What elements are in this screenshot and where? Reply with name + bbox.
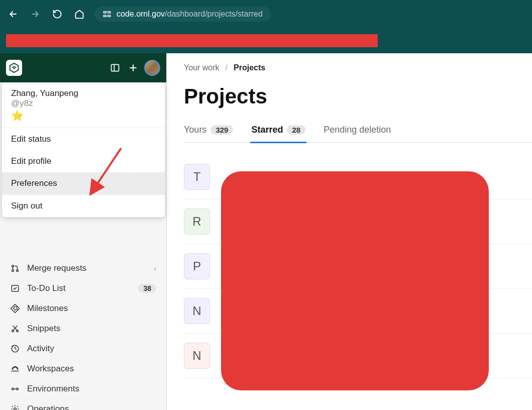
- forward-button[interactable]: [28, 7, 42, 21]
- nav-todo-list[interactable]: To-Do List 38: [4, 278, 162, 298]
- nav-label: Milestones: [27, 303, 156, 314]
- nav-label: Snippets: [27, 324, 156, 334]
- url-bar[interactable]: code.ornl.gov/dashboard/projects/starred: [94, 7, 271, 22]
- menu-item-edit-status[interactable]: Edit status: [2, 128, 165, 150]
- menu-user-info: Zhang, Yuanpeng @y8z ⭐: [2, 82, 165, 128]
- sidebar: Zhang, Yuanpeng @y8z ⭐ Edit status Edit …: [0, 53, 167, 410]
- svg-point-9: [12, 265, 14, 267]
- svg-point-17: [12, 388, 14, 390]
- project-avatar: P: [184, 253, 210, 279]
- redaction-overlay: [221, 171, 489, 390]
- tab-count: 329: [210, 125, 233, 135]
- project-avatar: R: [184, 209, 210, 235]
- nav-workspaces[interactable]: Workspaces: [4, 359, 162, 379]
- nav-label: Environments: [27, 384, 156, 394]
- menu-item-preferences[interactable]: Preferences: [2, 172, 165, 194]
- svg-rect-3: [108, 15, 111, 17]
- nav-environments[interactable]: Environments: [4, 379, 162, 399]
- nav-milestones[interactable]: Milestones: [4, 298, 162, 319]
- snippets-icon: [10, 324, 20, 334]
- menu-item-sign-out[interactable]: Sign out: [2, 195, 165, 217]
- chevron-right-icon: ›: [154, 264, 156, 272]
- svg-point-11: [17, 270, 19, 272]
- tab-starred[interactable]: Starred 28: [251, 125, 305, 136]
- app-logo[interactable]: [6, 60, 22, 76]
- svg-marker-4: [10, 63, 19, 72]
- svg-point-15: [17, 330, 19, 332]
- nav-label: Activity: [27, 344, 156, 354]
- svg-rect-0: [103, 12, 106, 13]
- nav-label: To-Do List: [27, 283, 131, 293]
- svg-point-14: [12, 330, 14, 332]
- breadcrumb-separator: /: [226, 63, 228, 72]
- todo-icon: [10, 283, 20, 293]
- environments-icon: [10, 384, 20, 394]
- operations-icon: [10, 404, 20, 410]
- nav-operations[interactable]: Operations: [4, 399, 162, 410]
- tab-pending-deletion[interactable]: Pending deletion: [324, 125, 391, 136]
- svg-rect-2: [103, 15, 106, 17]
- nav-activity[interactable]: Activity: [4, 339, 162, 359]
- nav-label: Merge requests: [27, 263, 147, 273]
- menu-user-handle: @y8z: [11, 98, 156, 109]
- tab-label: Yours: [184, 125, 206, 135]
- project-avatar: T: [184, 164, 210, 190]
- nav-snippets[interactable]: Snippets: [4, 319, 162, 339]
- site-settings-icon: [102, 10, 112, 19]
- sidebar-header: [0, 53, 166, 82]
- back-button[interactable]: [6, 7, 20, 21]
- menu-user-name: Zhang, Yuanpeng: [11, 88, 156, 98]
- project-avatar: N: [184, 298, 210, 324]
- redaction-bar: [0, 28, 532, 53]
- reload-button[interactable]: [50, 7, 64, 21]
- breadcrumb: Your work / Projects: [184, 63, 532, 72]
- user-avatar[interactable]: [144, 60, 160, 76]
- svg-point-18: [17, 388, 19, 390]
- svg-rect-13: [11, 304, 20, 313]
- home-button[interactable]: [72, 7, 86, 21]
- user-dropdown-menu: Zhang, Yuanpeng @y8z ⭐ Edit status Edit …: [2, 82, 165, 217]
- browser-toolbar: code.ornl.gov/dashboard/projects/starred: [0, 0, 532, 28]
- tab-label: Starred: [251, 125, 283, 135]
- url-text: code.ornl.gov/dashboard/projects/starred: [117, 10, 263, 19]
- breadcrumb-your-work[interactable]: Your work: [184, 63, 220, 72]
- create-new-icon[interactable]: [126, 61, 140, 75]
- merge-requests-icon: [10, 263, 20, 273]
- svg-rect-5: [112, 64, 119, 71]
- svg-point-10: [12, 270, 14, 272]
- project-avatar: N: [184, 343, 210, 369]
- activity-icon: [10, 344, 20, 354]
- nav-merge-requests[interactable]: Merge requests ›: [4, 258, 162, 278]
- breadcrumb-projects[interactable]: Projects: [234, 63, 265, 72]
- workspaces-icon: [10, 364, 20, 374]
- menu-item-edit-profile[interactable]: Edit profile: [2, 150, 165, 172]
- star-icon: ⭐: [11, 110, 156, 122]
- page-title: Projects: [184, 84, 532, 109]
- todo-count-badge: 38: [138, 284, 156, 293]
- svg-rect-1: [108, 12, 111, 13]
- sidebar-toggle-icon[interactable]: [108, 61, 122, 75]
- tab-label: Pending deletion: [324, 125, 391, 135]
- milestones-icon: [10, 303, 20, 314]
- tab-count: 28: [287, 125, 305, 135]
- tab-yours[interactable]: Yours 329: [184, 125, 233, 136]
- svg-point-19: [14, 408, 17, 410]
- nav-label: Workspaces: [27, 364, 156, 374]
- nav-label: Operations: [27, 404, 156, 410]
- tabs: Yours 329 Starred 28 Pending deletion: [184, 125, 532, 143]
- redaction-block: [6, 34, 378, 47]
